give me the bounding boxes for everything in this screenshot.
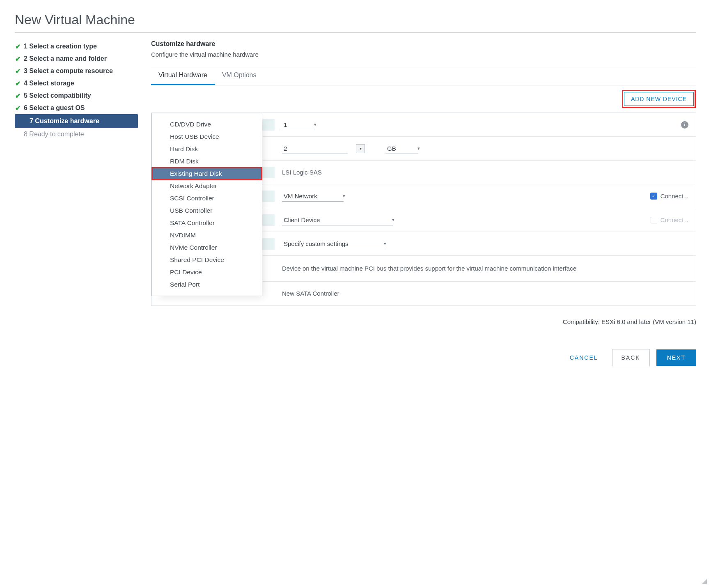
menu-item-hard-disk[interactable]: Hard Disk: [152, 143, 262, 155]
menu-item-usb-controller[interactable]: USB Controller: [152, 204, 262, 217]
tab-vm-options[interactable]: VM Options: [215, 67, 264, 85]
network-select[interactable]: [282, 191, 344, 202]
vmci-description: Device on the virtual machine PCI bus th…: [282, 263, 576, 274]
main-panel: Customize hardware Configure the virtual…: [151, 40, 696, 366]
menu-item-rdm-disk[interactable]: RDM Disk: [152, 155, 262, 168]
check-icon: ✔: [15, 93, 21, 99]
step-label: 5 Select compatibility: [24, 92, 91, 99]
panel-subheading: Configure the virtual machine hardware: [151, 51, 696, 58]
footer: CANCEL BACK NEXT: [151, 349, 696, 366]
hardware-table: CD/DVD Drive Host USB Device Hard Disk R…: [151, 113, 696, 306]
step-label: 6 Select a guest OS: [24, 104, 85, 112]
memory-input[interactable]: [282, 143, 348, 154]
cpu-select[interactable]: [282, 119, 315, 130]
step-label: 2 Select a name and folder: [24, 55, 107, 62]
back-button[interactable]: BACK: [612, 349, 650, 366]
cddvd-select[interactable]: [282, 215, 393, 225]
step-5[interactable]: ✔ 5 Select compatibility: [15, 90, 138, 102]
step-6[interactable]: ✔ 6 Select a guest OS: [15, 102, 138, 114]
step-label: 7 Customize hardware: [30, 117, 99, 125]
menu-item-existing-hard-disk[interactable]: Existing Hard Disk: [152, 168, 262, 180]
divider: [15, 32, 696, 33]
step-3[interactable]: ✔ 3 Select a compute resource: [15, 65, 138, 77]
connect-checkbox-disabled: [651, 217, 657, 223]
menu-item-sata-controller[interactable]: SATA Controller: [152, 217, 262, 229]
menu-item-shared-pci[interactable]: Shared PCI Device: [152, 254, 262, 266]
step-8: ✔ 8 Ready to complete: [15, 128, 138, 140]
step-2[interactable]: ✔ 2 Select a name and folder: [15, 53, 138, 65]
step-7[interactable]: ✔ 7 Customize hardware: [15, 114, 138, 128]
menu-item-network-adapter[interactable]: Network Adapter: [152, 180, 262, 192]
add-new-device-button[interactable]: ADD NEW DEVICE: [624, 92, 694, 106]
check-icon: ✔: [15, 68, 21, 74]
page-title: New Virtual Machine: [15, 12, 696, 28]
menu-item-host-usb[interactable]: Host USB Device: [152, 131, 262, 143]
sata-value: New SATA Controller: [282, 290, 339, 297]
check-icon: ✔: [15, 105, 21, 111]
next-button[interactable]: NEXT: [656, 349, 696, 366]
video-select[interactable]: [282, 239, 385, 249]
step-label: 4 Select storage: [24, 80, 74, 87]
panel-heading: Customize hardware: [151, 40, 696, 48]
menu-item-cddvd[interactable]: CD/DVD Drive: [152, 118, 262, 131]
menu-item-nvme-controller[interactable]: NVMe Controller: [152, 241, 262, 254]
check-icon: ✔: [15, 80, 21, 86]
step-1[interactable]: ✔ 1 Select a creation type: [15, 40, 138, 53]
connect-checkbox[interactable]: ✓: [650, 193, 657, 200]
step-label: 8 Ready to complete: [24, 131, 84, 138]
memory-unit-select[interactable]: [385, 143, 418, 154]
step-label: 3 Select a compute resource: [24, 67, 113, 75]
menu-item-nvdimm[interactable]: NVDIMM: [152, 229, 262, 241]
compatibility-text: Compatibility: ESXi 6.0 and later (VM ve…: [151, 318, 696, 325]
check-icon: ✔: [15, 44, 21, 49]
step-label: 1 Select a creation type: [24, 43, 97, 50]
cancel-button[interactable]: CANCEL: [562, 349, 605, 366]
tab-bar: Virtual Hardware VM Options: [151, 67, 696, 85]
scsi-value: LSI Logic SAS: [282, 169, 322, 176]
menu-item-scsi-controller[interactable]: SCSI Controller: [152, 192, 262, 204]
toolbar: ADD NEW DEVICE: [151, 85, 696, 113]
tab-virtual-hardware[interactable]: Virtual Hardware: [151, 67, 215, 85]
add-device-menu: CD/DVD Drive Host USB Device Hard Disk R…: [151, 113, 262, 296]
memory-stepper[interactable]: ▾: [356, 144, 365, 153]
check-icon: ✔: [15, 56, 21, 62]
menu-item-pci-device[interactable]: PCI Device: [152, 266, 262, 278]
wizard-steps: ✔ 1 Select a creation type ✔ 2 Select a …: [15, 40, 138, 366]
connect-label: Connect...: [661, 216, 688, 223]
step-4[interactable]: ✔ 4 Select storage: [15, 77, 138, 90]
connect-label: Connect...: [661, 193, 688, 200]
menu-item-serial-port[interactable]: Serial Port: [152, 278, 262, 291]
info-icon[interactable]: i: [681, 121, 688, 129]
